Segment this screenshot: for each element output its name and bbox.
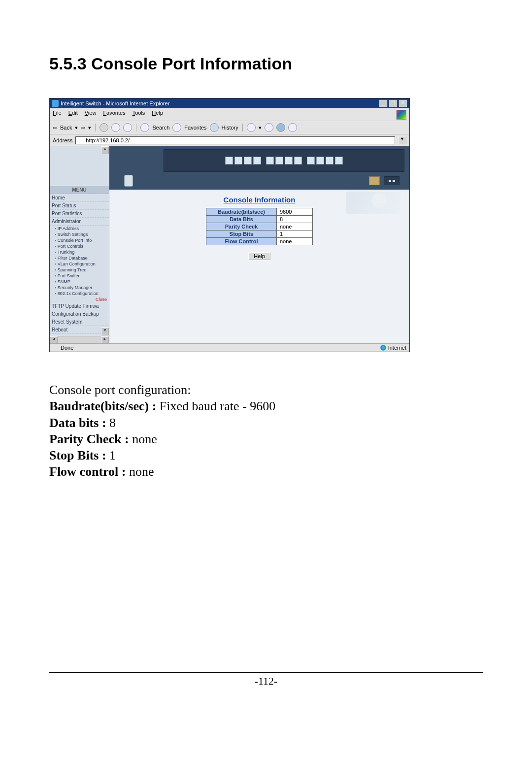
menu-favorites[interactable]: Favorites <box>103 110 125 120</box>
port-icon[interactable] <box>244 157 252 165</box>
sidebar-sub-port-controls[interactable]: Port Controls <box>50 243 109 249</box>
page-icon <box>78 137 84 143</box>
port-icon[interactable] <box>285 157 293 165</box>
address-input[interactable]: http://192.168.0.2/ <box>75 136 395 144</box>
kv-value: 8 <box>109 416 116 430</box>
intro-line: Console port configuration: <box>49 382 483 398</box>
print-icon[interactable] <box>265 123 273 132</box>
edit-icon[interactable] <box>276 123 285 132</box>
history-icon[interactable] <box>210 123 219 132</box>
row-value: none <box>277 238 313 245</box>
device-banner <box>109 146 409 190</box>
status-text: Done <box>61 345 73 351</box>
fan-icon <box>124 175 133 187</box>
table-row: Baudrate(bits/sec)9600 <box>206 208 313 216</box>
discuss-icon[interactable] <box>288 123 297 132</box>
console-info-table: Baudrate(bits/sec)9600 Data Bits8 Parity… <box>206 208 313 245</box>
refresh-icon[interactable] <box>111 123 120 132</box>
mail-icon[interactable] <box>247 123 256 132</box>
main-panel: Console Information Baudrate(bits/sec)96… <box>109 146 409 343</box>
port-icon[interactable] <box>234 157 242 165</box>
port-icon[interactable] <box>294 157 302 165</box>
menu-help[interactable]: Help <box>152 110 163 120</box>
section-heading: 5.5.3 Console Port Information <box>49 54 483 73</box>
sidebar-sub-filter-database[interactable]: Filter Database <box>50 255 109 261</box>
sidebar-sub-8021x-configuration[interactable]: 802.1x Configuration <box>50 291 109 296</box>
ie-throbber-icon <box>397 110 406 120</box>
sidebar-sub-spanning-tree[interactable]: Spanning Tree <box>50 267 109 273</box>
row-value: 1 <box>277 230 313 238</box>
history-button[interactable]: History <box>222 125 238 131</box>
titlebar: Intelligent Switch - Microsoft Internet … <box>50 99 409 108</box>
address-bar: Address http://192.168.0.2/ ▼ <box>50 134 409 146</box>
port-icon[interactable] <box>275 157 283 165</box>
port-icon[interactable] <box>307 157 315 165</box>
row-label: Stop Bits <box>206 230 277 238</box>
table-row: Data Bits8 <box>206 216 313 223</box>
sidebar-item-administrator[interactable]: Administrator <box>50 218 109 226</box>
kv-key: Parity Check : <box>49 432 132 446</box>
home-icon[interactable] <box>123 123 132 132</box>
maximize-button[interactable]: □ <box>389 99 398 107</box>
menu-edit[interactable]: Edit <box>68 110 78 120</box>
forward-arrow-icon[interactable]: ⇨ <box>81 125 85 131</box>
sidebar-sub-port-sniffer[interactable]: Port Sniffer <box>50 273 109 279</box>
search-icon[interactable] <box>140 123 149 132</box>
background-decoration <box>346 192 400 214</box>
address-dropdown[interactable]: ▼ <box>398 136 406 144</box>
back-button[interactable]: Back <box>60 125 72 131</box>
page-footer: -112- <box>49 672 483 688</box>
table-row: Parity Checknone <box>206 223 313 230</box>
sidebar-item-reboot[interactable]: Reboot <box>50 326 109 334</box>
row-label: Flow Control <box>206 238 277 245</box>
kv-value: none <box>132 432 157 446</box>
minimize-button[interactable]: _ <box>379 99 388 107</box>
favorites-button[interactable]: Favorites <box>184 125 206 131</box>
menu-file[interactable]: File <box>53 110 62 120</box>
row-value: none <box>277 223 313 230</box>
body-text: Console port configuration: Baudrate(bit… <box>49 382 483 480</box>
row-value: 8 <box>277 216 313 223</box>
page-number: -112- <box>255 675 278 687</box>
port-icon[interactable] <box>335 157 343 165</box>
sidebar-item-config-backup[interactable]: Configuration Backup <box>50 310 109 318</box>
kv-key: Data bits : <box>49 416 109 430</box>
sidebar-sub-trunking[interactable]: Trunking <box>50 249 109 255</box>
sidebar: ▲ MENU Home Port Status Port Statistics … <box>50 146 109 343</box>
sidebar-sub-vlan-configuration[interactable]: VLan Configuration <box>50 261 109 267</box>
url-text: http://192.168.0.2/ <box>86 137 130 143</box>
port-icon[interactable] <box>253 157 261 165</box>
table-row: Stop Bits1 <box>206 230 313 238</box>
port-icon[interactable] <box>266 157 274 165</box>
port-icon[interactable] <box>326 157 333 165</box>
favorites-icon[interactable] <box>172 123 181 132</box>
sidebar-sub-console-port-info[interactable]: Console Port Info <box>50 237 109 243</box>
scroll-down-icon[interactable]: ▼ <box>101 328 109 335</box>
sidebar-sub-switch-settings[interactable]: Switch Settings <box>50 231 109 237</box>
sidebar-close-link[interactable]: Close <box>50 296 109 302</box>
zone-text: Internet <box>388 345 406 351</box>
search-button[interactable]: Search <box>152 125 169 131</box>
window-controls: _ □ × <box>379 99 407 107</box>
menu-tools[interactable]: Tools <box>133 110 145 120</box>
sidebar-sub-snmp[interactable]: SNMP <box>50 279 109 285</box>
sidebar-sub-ip-address[interactable]: IP Address <box>50 226 109 231</box>
sidebar-item-home[interactable]: Home <box>50 194 109 202</box>
port-icon[interactable] <box>225 157 233 165</box>
scroll-up-icon[interactable]: ▲ <box>101 146 109 154</box>
sidebar-item-port-statistics[interactable]: Port Statistics <box>50 210 109 218</box>
menu-heading: MENU <box>50 186 109 194</box>
help-button[interactable]: Help <box>248 252 270 260</box>
stop-icon[interactable] <box>100 123 108 132</box>
table-row: Flow Controlnone <box>206 238 313 245</box>
sidebar-item-tftp-update[interactable]: TFTP Update Firmwa <box>50 302 109 310</box>
internet-zone-icon <box>380 345 386 351</box>
close-button[interactable]: × <box>399 99 407 107</box>
menu-view[interactable]: View <box>85 110 97 120</box>
back-arrow-icon[interactable]: ⇦ <box>53 125 57 131</box>
sidebar-item-port-status[interactable]: Port Status <box>50 202 109 210</box>
sidebar-item-reset-system[interactable]: Reset System <box>50 318 109 326</box>
sidebar-sub-security-manager[interactable]: Security Manager <box>50 285 109 291</box>
port-icon[interactable] <box>316 157 324 165</box>
h-scrollbar[interactable]: ◄► <box>50 336 109 343</box>
